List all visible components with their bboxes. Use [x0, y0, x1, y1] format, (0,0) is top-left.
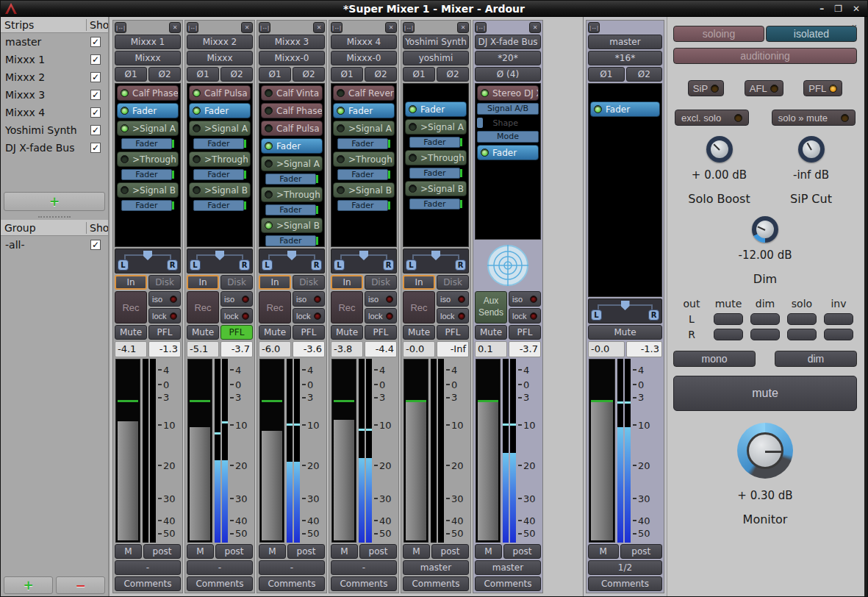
- send-fader-mini[interactable]: Fader: [337, 169, 388, 180]
- processor-active-led-icon[interactable]: [193, 155, 201, 163]
- gain-fader[interactable]: [403, 359, 428, 543]
- processor-active-led-icon[interactable]: [193, 89, 201, 97]
- dim-l-button[interactable]: [750, 313, 780, 325]
- sip-cut-knob[interactable]: [798, 136, 825, 162]
- solo-isolate-button[interactable]: iso: [220, 291, 253, 307]
- metering-point-button[interactable]: M: [403, 544, 430, 559]
- gain-display[interactable]: -0.0: [588, 341, 625, 357]
- plugin-control-bar[interactable]: Signal A/B: [477, 103, 539, 115]
- output-summary-button[interactable]: 1/2: [588, 560, 662, 575]
- inv-r-button[interactable]: [824, 329, 853, 340]
- stereo-panner-control[interactable]: [475, 241, 541, 290]
- fader-processor[interactable]: Fader: [405, 101, 467, 117]
- plugin-processor[interactable]: Calf Vinta: [261, 85, 323, 101]
- meter-position-button[interactable]: post: [143, 544, 181, 559]
- send-fader-mini[interactable]: Fader: [337, 138, 388, 149]
- pan-control[interactable]: L R: [588, 298, 662, 323]
- sip-cut-value[interactable]: -inf dB: [771, 168, 852, 182]
- strip-list-item[interactable]: Mixxx 4✓: [1, 104, 108, 121]
- group-button[interactable]: master: [403, 560, 469, 575]
- strip-name-button[interactable]: DJ X-fade Bus: [475, 35, 541, 49]
- metering-point-button[interactable]: M: [588, 544, 619, 559]
- aux-sends-button[interactable]: Aux Sends: [475, 291, 507, 323]
- plugin-processor[interactable]: Calf Phase: [261, 103, 323, 118]
- input-monitor-button[interactable]: In: [259, 275, 291, 290]
- fader-processor[interactable]: Fader: [590, 101, 660, 117]
- pan-control[interactable]: L R: [115, 249, 181, 274]
- strip-output-button[interactable]: *20*: [475, 51, 541, 65]
- sip-button[interactable]: SiP: [688, 80, 724, 96]
- send-fader-mini[interactable]: Fader: [193, 138, 244, 149]
- processor-active-led-icon[interactable]: [265, 89, 273, 97]
- send-fader-mini[interactable]: Fader: [121, 200, 172, 211]
- group-button[interactable]: -: [187, 560, 253, 575]
- send-processor[interactable]: >Signal B: [261, 218, 323, 233]
- processor-active-led-icon[interactable]: [121, 89, 129, 97]
- strip-output-button[interactable]: Mixxx: [187, 51, 253, 65]
- minimize-icon[interactable]: –: [819, 4, 824, 14]
- processor-active-led-icon[interactable]: [337, 186, 345, 194]
- strip-width-button[interactable]: |↔|: [475, 22, 487, 33]
- send-processor[interactable]: >Signal A: [261, 156, 323, 171]
- phase-2-button[interactable]: Ø2: [437, 67, 469, 82]
- gain-fader[interactable]: [476, 359, 501, 543]
- plugin-processor[interactable]: Calf Pulsa: [189, 85, 251, 101]
- send-processor[interactable]: >Through: [261, 187, 323, 202]
- dim-button[interactable]: dim: [775, 351, 857, 367]
- send-fader-mini[interactable]: Fader: [409, 199, 460, 210]
- send-fader-mini[interactable]: Fader: [265, 235, 316, 246]
- processor-active-led-icon[interactable]: [265, 124, 273, 132]
- comments-button[interactable]: Comments: [259, 576, 325, 591]
- disk-monitor-button[interactable]: Disk: [293, 275, 325, 290]
- monitor-gain-knob[interactable]: [737, 423, 793, 479]
- send-processor[interactable]: >Signal A: [405, 119, 467, 135]
- add-group-button[interactable]: +: [4, 576, 53, 594]
- processor-active-led-icon[interactable]: [121, 155, 129, 163]
- strip-list-item[interactable]: Mixxx 2✓: [1, 68, 108, 86]
- record-arm-button[interactable]: Rec: [259, 291, 291, 323]
- show-checkbox[interactable]: ✓: [90, 72, 101, 82]
- pfl-solo-button[interactable]: PFL: [365, 325, 397, 340]
- record-arm-button[interactable]: Rec: [331, 291, 363, 323]
- pan-control[interactable]: L R: [403, 249, 469, 274]
- strip-list-item[interactable]: Mixxx 3✓: [1, 86, 108, 104]
- solo-boost-knob[interactable]: [706, 136, 733, 162]
- mute-l-button[interactable]: [714, 313, 743, 325]
- dim-knob[interactable]: [752, 216, 778, 243]
- show-checkbox[interactable]: ✓: [90, 37, 101, 47]
- peak-display[interactable]: -Inf: [437, 341, 469, 357]
- solo-isolate-button[interactable]: iso: [437, 291, 469, 307]
- metering-point-button[interactable]: M: [475, 544, 502, 559]
- dim-value[interactable]: -12.00 dB: [725, 249, 806, 262]
- gain-fader[interactable]: [259, 359, 284, 543]
- peak-display[interactable]: -3.6: [293, 341, 325, 357]
- solo-lock-button[interactable]: lock: [148, 308, 181, 323]
- solo-isolate-button[interactable]: iso: [148, 291, 181, 307]
- comments-button[interactable]: Comments: [187, 576, 253, 591]
- send-fader-mini[interactable]: Fader: [409, 168, 460, 179]
- disk-monitor-button[interactable]: Disk: [365, 275, 397, 290]
- show-checkbox[interactable]: ✓: [90, 90, 101, 100]
- mute-button[interactable]: Mute: [403, 325, 435, 340]
- pfl-solo-button[interactable]: PFL: [220, 325, 253, 340]
- send-fader-mini[interactable]: Fader: [265, 174, 316, 185]
- add-strip-button[interactable]: +: [4, 192, 105, 211]
- fader-handle[interactable]: [334, 420, 354, 540]
- processor-active-led-icon[interactable]: [193, 124, 201, 132]
- gain-display[interactable]: -4.1: [115, 341, 147, 357]
- strip-list-item[interactable]: Yoshimi Synth✓: [1, 121, 108, 139]
- record-arm-button[interactable]: Rec: [115, 291, 147, 323]
- phase-2-button[interactable]: Ø2: [365, 67, 397, 82]
- input-monitor-button[interactable]: In: [331, 275, 363, 290]
- send-processor[interactable]: >Through: [333, 151, 395, 167]
- solo-lock-button[interactable]: lock: [293, 308, 325, 323]
- afl-button[interactable]: AFL: [745, 80, 783, 96]
- mute-button[interactable]: Mute: [475, 325, 507, 340]
- gain-fader[interactable]: [187, 359, 212, 543]
- send-processor[interactable]: >Signal B: [189, 182, 251, 198]
- strip-list-item[interactable]: DJ X-fade Bus✓: [1, 139, 108, 157]
- fader-processor[interactable]: Fader: [333, 103, 395, 118]
- processor-active-led-icon[interactable]: [409, 105, 417, 113]
- plugin-control-shape[interactable]: Shape: [477, 117, 539, 129]
- comments-button[interactable]: Comments: [403, 576, 469, 591]
